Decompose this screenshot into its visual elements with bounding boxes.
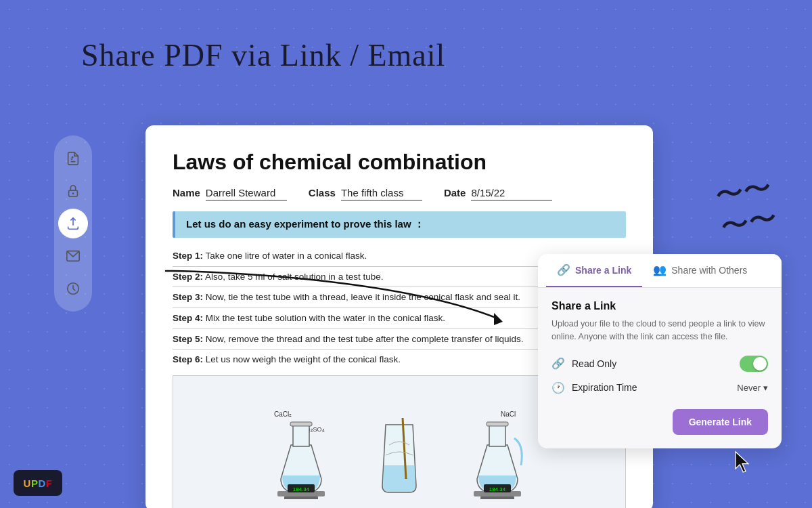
share-description: Upload your file to the cloud to send pe… <box>551 318 768 343</box>
document-title: Laws of chemical combination <box>173 150 626 175</box>
svg-text:184.34: 184.34 <box>293 486 310 492</box>
read-only-label: Read Only <box>572 358 733 369</box>
svg-text:CaCl₂: CaCl₂ <box>274 410 292 418</box>
expiry-select[interactable]: Never ▾ <box>737 383 768 393</box>
read-only-row: 🔗 Read Only <box>551 356 768 372</box>
page-header-title: Share PDF via Link / Email <box>81 37 445 73</box>
sidebar-item-save[interactable] <box>58 274 88 303</box>
date-label: Date <box>444 187 466 198</box>
chevron-down-icon: ▾ <box>763 383 768 393</box>
document-highlight: Let us do an easy experiment to prove th… <box>173 211 626 238</box>
flask-1: CaCl₂ Na₂SO₄ 184.34 <box>267 404 335 499</box>
share-panel: 🔗 Share a Link 👥 Share with Others Share… <box>538 254 782 448</box>
updf-logo: UPDF <box>14 470 62 496</box>
name-label: Name <box>173 187 200 198</box>
svg-rect-7 <box>293 425 309 446</box>
svg-rect-10 <box>284 496 318 499</box>
svg-rect-8 <box>290 422 312 426</box>
mouse-cursor <box>732 450 752 474</box>
name-value: Darrell Steward <box>206 187 287 200</box>
tab-share-others-label: Share with Others <box>671 265 747 276</box>
svg-rect-18 <box>480 496 514 499</box>
class-label: Class <box>309 187 336 198</box>
class-value: The fifth class <box>341 187 422 200</box>
document-meta: Name Darrell Steward Class The fifth cla… <box>173 187 626 200</box>
flask-2 <box>369 404 430 499</box>
read-only-icon: 🔗 <box>551 357 565 370</box>
sidebar <box>54 135 92 312</box>
tab-share-link[interactable]: 🔗 Share a Link <box>546 254 642 287</box>
svg-point-2 <box>72 192 74 194</box>
tab-share-link-label: Share a Link <box>575 265 631 276</box>
share-title: Share a Link <box>551 300 768 312</box>
expiry-value: Never <box>737 383 761 393</box>
svg-text:NaCl: NaCl <box>501 410 516 418</box>
svg-rect-15 <box>489 425 505 446</box>
sidebar-item-mail[interactable] <box>58 241 88 271</box>
svg-text:184.34: 184.34 <box>489 486 506 492</box>
generate-link-button[interactable]: Generate Link <box>673 409 768 435</box>
sidebar-item-lock[interactable] <box>58 176 88 206</box>
flask-3: NaCl 184.34 <box>464 404 531 499</box>
link-icon: 🔗 <box>557 263 570 276</box>
share-panel-body: Share a Link Upload your file to the clo… <box>538 288 782 448</box>
date-value: 8/15/22 <box>471 187 552 200</box>
decorative-waves: 〜〜〜〜 <box>713 171 780 243</box>
clock-icon: 🕐 <box>551 381 565 394</box>
sidebar-item-file[interactable] <box>58 144 88 173</box>
share-tabs: 🔗 Share a Link 👥 Share with Others <box>538 254 782 288</box>
people-icon: 👥 <box>653 263 667 276</box>
svg-point-0 <box>72 156 74 158</box>
svg-rect-16 <box>487 422 508 426</box>
sidebar-item-share[interactable] <box>58 209 88 238</box>
expiry-label: Expiration Time <box>572 382 730 393</box>
expiry-row: 🕐 Expiration Time Never ▾ <box>551 381 768 394</box>
tab-share-others[interactable]: 👥 Share with Others <box>642 254 758 287</box>
read-only-toggle[interactable] <box>740 356 768 372</box>
